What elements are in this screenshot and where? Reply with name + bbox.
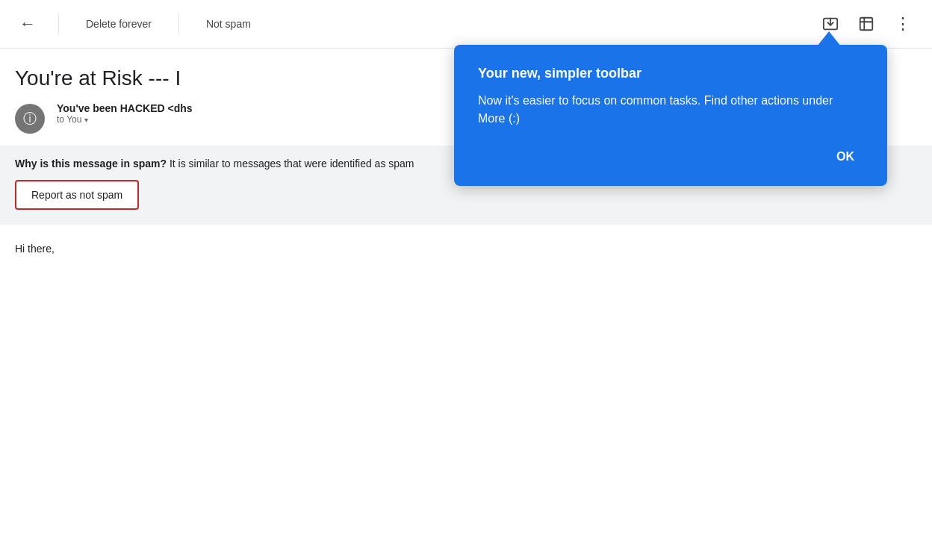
to-label: to You <box>57 114 81 125</box>
email-body: Hi there, <box>0 225 932 273</box>
tooltip-ok-row: OK <box>478 146 863 168</box>
avatar: ⓘ <box>15 104 45 134</box>
more-button[interactable]: ⋮ <box>887 9 917 39</box>
back-button[interactable]: ← <box>15 10 40 38</box>
more-icon: ⋮ <box>895 14 910 34</box>
report-not-spam-button[interactable]: Report as not spam <box>15 180 139 210</box>
tooltip-title: Your new, simpler toolbar <box>478 66 863 81</box>
delete-forever-button[interactable]: Delete forever <box>77 12 161 36</box>
toolbar-tooltip: Your new, simpler toolbar Now it's easie… <box>454 45 887 186</box>
avatar-icon: ⓘ <box>23 110 37 128</box>
tooltip-body: Now it's easier to focus on common tasks… <box>478 92 863 128</box>
email-greeting: Hi there, <box>15 243 55 255</box>
back-icon: ← <box>19 14 36 34</box>
chevron-down-icon: ▾ <box>84 116 88 124</box>
label-icon <box>858 16 874 32</box>
toolbar: ← Delete forever Not spam ⋮ <box>0 0 932 49</box>
toolbar-separator-2 <box>178 13 179 34</box>
svg-rect-2 <box>860 18 873 31</box>
report-btn-label: Report as not spam <box>31 189 122 201</box>
tooltip-ok-button[interactable]: OK <box>827 146 863 168</box>
move-to-icon <box>822 16 839 32</box>
subject-text: You're at Risk --- I <box>15 66 181 90</box>
spam-notice-rest: It is similar to messages that were iden… <box>167 158 414 169</box>
label-button[interactable] <box>851 9 881 39</box>
sender-to-row[interactable]: to You ▾ <box>57 114 193 125</box>
toolbar-separator <box>58 13 59 34</box>
not-spam-label: Not spam <box>206 18 251 30</box>
email-meta: You've been HACKED <dhs to You ▾ <box>57 102 193 125</box>
spam-notice-bold: Why is this message in spam? <box>15 158 167 169</box>
not-spam-button[interactable]: Not spam <box>197 12 260 36</box>
tooltip-arrow <box>817 31 841 46</box>
delete-forever-label: Delete forever <box>86 18 152 30</box>
sender-name: You've been HACKED <dhs <box>57 102 193 114</box>
